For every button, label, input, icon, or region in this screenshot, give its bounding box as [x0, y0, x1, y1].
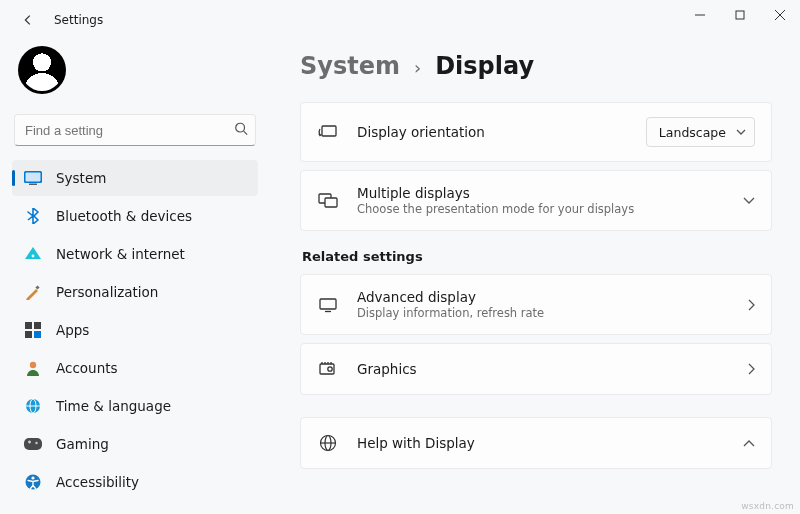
setting-display-orientation[interactable]: Display orientation Landscape: [300, 102, 772, 162]
orientation-icon: [317, 121, 339, 143]
back-button[interactable]: [14, 6, 42, 34]
search-input[interactable]: [14, 114, 256, 146]
sidebar-item-label: Gaming: [56, 436, 109, 452]
svg-point-9: [32, 255, 35, 258]
search-icon: [234, 122, 248, 139]
nav-list: System Bluetooth & devices Network & int…: [12, 160, 258, 500]
setting-title: Display orientation: [357, 124, 636, 140]
sidebar-item-time-language[interactable]: Time & language: [12, 388, 258, 424]
app-title: Settings: [54, 13, 103, 27]
accessibility-icon: [24, 473, 42, 491]
sidebar-item-label: Bluetooth & devices: [56, 208, 192, 224]
sidebar-item-label: Time & language: [56, 398, 171, 414]
window-controls: [680, 0, 800, 30]
svg-rect-11: [25, 322, 32, 329]
search-field[interactable]: [14, 114, 256, 146]
network-icon: [24, 245, 42, 263]
page-title: Display: [435, 52, 534, 80]
sidebar-item-accessibility[interactable]: Accessibility: [12, 464, 258, 500]
chevron-right-icon: [748, 299, 755, 311]
svg-rect-24: [325, 198, 337, 207]
close-button[interactable]: [760, 0, 800, 30]
sidebar-item-apps[interactable]: Apps: [12, 312, 258, 348]
setting-advanced-display[interactable]: Advanced display Display information, re…: [300, 274, 772, 335]
breadcrumb-parent[interactable]: System: [300, 52, 400, 80]
main-content: System › Display Display orientation Lan…: [270, 40, 800, 514]
apps-icon: [24, 321, 42, 339]
help-globe-icon: [317, 432, 339, 454]
setting-title: Advanced display: [357, 289, 738, 305]
watermark: wsxdn.com: [741, 501, 794, 511]
sidebar-item-accounts[interactable]: Accounts: [12, 350, 258, 386]
svg-rect-8: [29, 184, 37, 186]
setting-subtitle: Choose the presentation mode for your di…: [357, 202, 733, 216]
bluetooth-icon: [24, 207, 42, 225]
sidebar-item-label: Accounts: [56, 360, 118, 376]
svg-rect-14: [34, 331, 41, 338]
sidebar-item-system[interactable]: System: [12, 160, 258, 196]
orientation-select[interactable]: Landscape: [646, 117, 755, 147]
sidebar-item-network[interactable]: Network & internet: [12, 236, 258, 272]
orientation-value: Landscape: [659, 125, 726, 140]
sidebar: System Bluetooth & devices Network & int…: [0, 40, 270, 514]
svg-rect-12: [34, 322, 41, 329]
svg-rect-13: [25, 331, 32, 338]
svg-point-19: [35, 442, 37, 444]
sidebar-item-label: Apps: [56, 322, 89, 338]
sidebar-item-gaming[interactable]: Gaming: [12, 426, 258, 462]
svg-rect-22: [322, 126, 336, 136]
sidebar-item-label: Network & internet: [56, 246, 185, 262]
setting-title: Help with Display: [357, 435, 733, 451]
setting-multiple-displays[interactable]: Multiple displays Choose the presentatio…: [300, 170, 772, 231]
svg-point-4: [236, 123, 245, 132]
minimize-button[interactable]: [680, 0, 720, 30]
accounts-icon: [24, 359, 42, 377]
svg-point-15: [30, 362, 36, 368]
expand-chevron: [743, 197, 755, 204]
svg-line-5: [244, 131, 248, 135]
time-language-icon: [24, 397, 42, 415]
svg-rect-10: [35, 285, 39, 289]
avatar: [18, 46, 66, 94]
chevron-down-icon: [736, 129, 746, 135]
collapse-chevron: [743, 440, 755, 447]
personalization-icon: [24, 283, 42, 301]
sidebar-item-label: Personalization: [56, 284, 158, 300]
setting-graphics[interactable]: Graphics: [300, 343, 772, 395]
svg-point-21: [31, 476, 34, 479]
monitor-icon: [317, 294, 339, 316]
svg-rect-7: [26, 173, 41, 182]
gaming-icon: [24, 435, 42, 453]
setting-subtitle: Display information, refresh rate: [357, 306, 738, 320]
maximize-button[interactable]: [720, 0, 760, 30]
sidebar-item-label: Accessibility: [56, 474, 139, 490]
chevron-right-icon: [748, 363, 755, 375]
breadcrumb: System › Display: [300, 52, 772, 80]
account-profile[interactable]: [12, 40, 258, 108]
section-related-settings: Related settings: [302, 249, 772, 264]
titlebar: Settings: [0, 0, 800, 40]
setting-title: Graphics: [357, 361, 738, 377]
sidebar-item-label: System: [56, 170, 106, 186]
setting-title: Multiple displays: [357, 185, 733, 201]
breadcrumb-separator: ›: [414, 57, 421, 78]
graphics-icon: [317, 358, 339, 380]
svg-point-28: [328, 367, 332, 371]
sidebar-item-bluetooth[interactable]: Bluetooth & devices: [12, 198, 258, 234]
svg-rect-25: [320, 299, 336, 309]
multiple-displays-icon: [317, 190, 339, 212]
setting-help-display[interactable]: Help with Display: [300, 417, 772, 469]
svg-rect-1: [736, 11, 744, 19]
sidebar-item-personalization[interactable]: Personalization: [12, 274, 258, 310]
system-icon: [24, 169, 42, 187]
